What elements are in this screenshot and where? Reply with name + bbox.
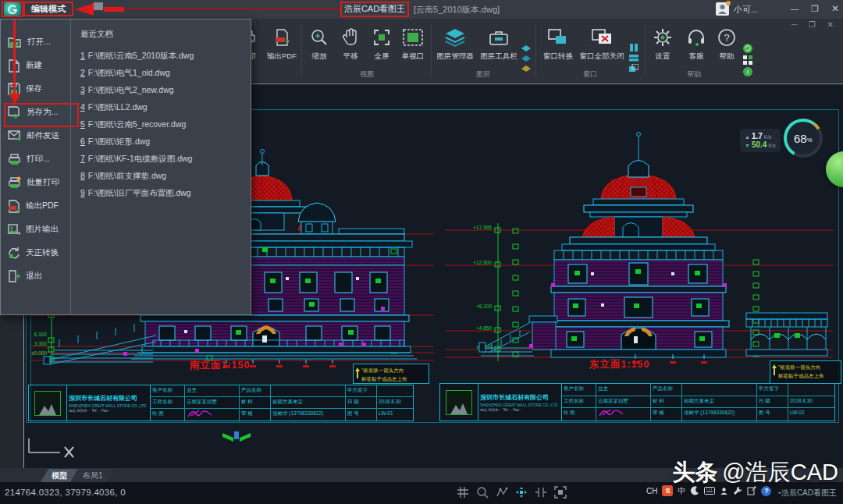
tab-layout1[interactable]: 布局1 bbox=[72, 469, 114, 482]
restore-button[interactable]: ❐ bbox=[806, 0, 824, 18]
window-close-all-icon bbox=[578, 23, 626, 51]
cell-label: 客户名称 bbox=[151, 385, 185, 397]
title-block-south: 深圳市长城石材有限公司 SHENZHEN GREAT WALL STONE CO… bbox=[28, 385, 414, 421]
cell-label: 审 核 bbox=[240, 409, 271, 421]
ribbon-window-switch-button[interactable]: 窗口转换 bbox=[540, 23, 576, 70]
convert-icon bbox=[8, 247, 20, 259]
recent-file[interactable]: 1F:\图纸\云南5_2010版本.dwg bbox=[80, 47, 251, 64]
menu-item-email[interactable]: 邮件发送 bbox=[1, 124, 70, 147]
signature-scribble bbox=[598, 408, 624, 417]
ribbon-layer-manager-button[interactable]: 图层管理器 bbox=[434, 23, 476, 70]
recent-file[interactable]: 9F:\图纸\旧厂平面布置图.dwg bbox=[80, 184, 251, 201]
cell-value: LW-01 bbox=[377, 409, 413, 421]
layer-freeze-icon bbox=[521, 55, 531, 63]
recent-docs-header: 最近文档 bbox=[80, 29, 251, 40]
level-label: ±0.000 bbox=[31, 350, 47, 356]
ribbon-help-button[interactable]: ? 帮助 bbox=[713, 23, 740, 70]
cell-value: 2018.8.30 bbox=[788, 396, 834, 409]
cell-label: 工程名称 bbox=[562, 396, 596, 409]
cell-value bbox=[377, 385, 413, 397]
title-bar: 编辑模式 浩辰CAD看图王 [云南5_2010版本.dwg] 小可... — ❐… bbox=[0, 0, 843, 20]
offset-icon[interactable] bbox=[535, 486, 547, 499]
ribbon-fullscreen-button[interactable]: 全屏 bbox=[367, 23, 397, 70]
cell-value: 前期方案未定 bbox=[271, 397, 346, 409]
edit-mode-button[interactable]: 编辑模式 bbox=[26, 3, 71, 15]
net-monitor-overlay[interactable]: ▲ 1.7K/s ▼ 50.4K/s 68% bbox=[740, 119, 823, 158]
menu-item-exit[interactable]: 退出 bbox=[1, 264, 70, 288]
down-arrow-icon: ▼ bbox=[745, 143, 750, 148]
menu-item-new[interactable]: 新建 bbox=[1, 54, 70, 77]
ime-lang[interactable]: CH bbox=[646, 487, 657, 495]
apps-icon bbox=[743, 55, 752, 65]
annotation-line bbox=[124, 9, 342, 10]
recent-file[interactable]: 6F:\图纸\矩形.dwg bbox=[80, 133, 251, 150]
recent-file[interactable]: 3F:\图纸\电气2_new.dwg bbox=[80, 81, 251, 98]
user-avatar[interactable] bbox=[716, 2, 729, 16]
help-mini-icons[interactable]: i bbox=[743, 44, 752, 76]
ribbon-close-all-button[interactable]: 窗口全部关闭 bbox=[578, 23, 626, 70]
cell-value: LW-02 bbox=[788, 408, 834, 421]
signature-scribble bbox=[187, 409, 213, 418]
info-icon: i bbox=[743, 67, 752, 76]
up-arrow-icon bbox=[772, 364, 777, 375]
cell-label: 绘 图 bbox=[151, 409, 185, 421]
ribbon-settings-button[interactable]: 设置 bbox=[648, 23, 678, 70]
fullscreen-icon bbox=[367, 23, 397, 51]
ribbon-layer-toolbar-button[interactable]: 图层工具栏 bbox=[478, 23, 520, 70]
minimize-button[interactable]: — bbox=[785, 0, 804, 18]
zoom-extent-icon[interactable] bbox=[476, 486, 489, 499]
file-menu: 打开... 新建 保存 另存为... 邮件发送 打印... bbox=[0, 19, 251, 315]
pan-icon[interactable] bbox=[515, 486, 528, 499]
cell-label: 客户名称 bbox=[562, 384, 596, 396]
recent-file[interactable]: 5F:\图纸\云南5_recover.dwg bbox=[80, 115, 251, 133]
cell-value: 2018.8.30 bbox=[377, 397, 413, 409]
east-dome bbox=[601, 133, 676, 200]
annotation-arrow-icon bbox=[75, 3, 94, 16]
toolbox-icon bbox=[478, 23, 520, 51]
company-name-cn: 深圳市长城石材有限公司 bbox=[480, 393, 560, 402]
annotation-box-logo bbox=[2, 1, 23, 17]
cell-value: 张树华 (13798330622) bbox=[682, 408, 757, 421]
envelope-icon bbox=[8, 130, 21, 141]
cell-label: 日 期 bbox=[757, 396, 788, 409]
user-name[interactable]: 小可... bbox=[734, 4, 758, 16]
cell-label: 材 料 bbox=[240, 397, 271, 409]
memory-gauge[interactable]: 68% bbox=[784, 119, 823, 158]
recent-file[interactable]: 7F:\图纸\KF-1电缆敷设图.dwg bbox=[80, 150, 251, 167]
menu-item-print[interactable]: 打印... bbox=[1, 147, 70, 171]
ribbon-zoom-button[interactable]: 缩放 bbox=[304, 23, 334, 70]
question-icon: ? bbox=[713, 23, 740, 51]
recent-file[interactable]: 2F:\图纸\电气1_old.dwg bbox=[80, 64, 251, 81]
titleblock-logo bbox=[440, 384, 478, 421]
tab-model[interactable]: 模型 bbox=[41, 469, 78, 482]
menu-item-open[interactable]: 打开... bbox=[1, 30, 70, 54]
ribbon-service-button[interactable]: 客服 bbox=[681, 23, 712, 70]
image-icon bbox=[8, 223, 20, 236]
grid-toggle-icon[interactable] bbox=[457, 486, 469, 499]
signature-cell bbox=[185, 409, 240, 421]
sticker-note-south: "板底铁一箭头方向标签贴于成品左上角 bbox=[353, 364, 429, 384]
recent-file[interactable]: 4F:\图纸\LL2.dwg bbox=[80, 98, 251, 115]
ribbon-export-pdf-button[interactable]: 输出PDF bbox=[264, 23, 300, 70]
company-name-en: SHENZHEN GREAT WALL STONE CO.,LTD bbox=[480, 403, 560, 407]
north-symbol bbox=[221, 430, 252, 444]
cell-label: 图 号 bbox=[346, 409, 377, 421]
fullscreen-toggle-icon[interactable] bbox=[554, 486, 567, 499]
ribbon-pan-button[interactable]: 平移 bbox=[336, 23, 365, 70]
recent-file[interactable]: 8F:\图纸\前支撑垫.dwg bbox=[80, 167, 251, 184]
doc-window-controls[interactable]: ─ ❐ ✕ bbox=[791, 20, 838, 29]
group-label-view: 视图 bbox=[304, 69, 429, 80]
menu-item-export-pdf[interactable]: 输出PDF bbox=[1, 194, 70, 218]
cursor-coordinates: 214764.0323, 37979.4036, 0 bbox=[5, 488, 126, 497]
polyline-icon[interactable] bbox=[496, 486, 508, 499]
menu-item-export-image[interactable]: 图片输出 bbox=[1, 218, 70, 241]
close-button[interactable]: ✕ bbox=[826, 0, 843, 18]
magnifier-icon bbox=[304, 23, 334, 51]
layers-icon bbox=[434, 23, 476, 51]
ribbon-single-viewport-button[interactable]: 单视口 bbox=[397, 23, 429, 70]
document-title: [云南5_2010版本.dwg] bbox=[414, 4, 500, 16]
menu-item-tianzheng[interactable]: 天正转换 bbox=[1, 241, 70, 264]
menu-item-batch-print[interactable]: 批量打印 bbox=[1, 171, 70, 194]
group-label-layer: 图层 bbox=[434, 69, 532, 80]
window-mini-icons[interactable] bbox=[629, 44, 638, 72]
